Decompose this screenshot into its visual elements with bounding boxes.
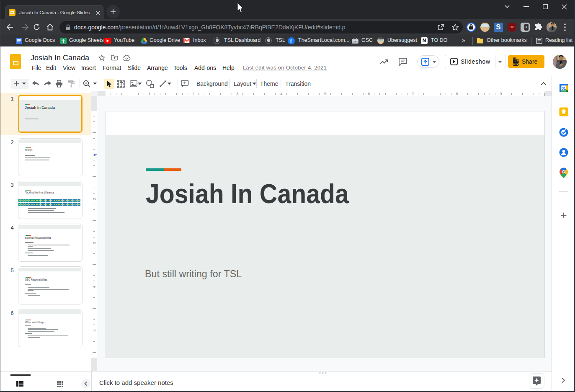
svg-text:31: 31 (562, 86, 566, 90)
svg-text:UO: UO (510, 25, 515, 29)
